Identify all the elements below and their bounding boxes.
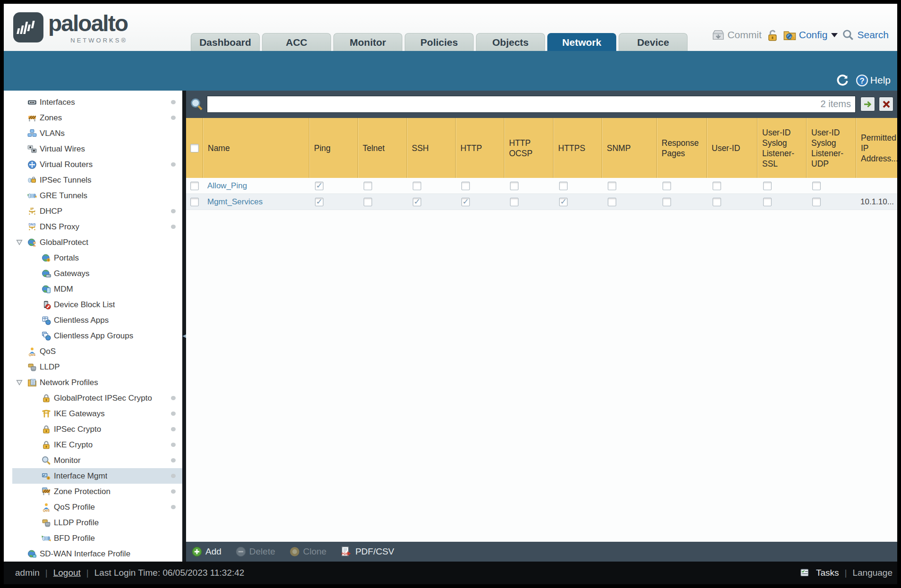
sidebar-item-virtual-routers[interactable]: Virtual Routers <box>12 157 182 172</box>
tab-device[interactable]: Device <box>619 33 688 51</box>
sidebar-item-clientless-app-groups[interactable]: Clientless App Groups <box>12 328 182 344</box>
column-header-https[interactable]: HTTPS <box>553 118 602 178</box>
tasks-link[interactable]: Tasks <box>816 568 839 578</box>
help-button[interactable]: ? Help <box>856 74 891 87</box>
snmp-checkbox[interactable] <box>608 198 616 206</box>
profile-name-link[interactable]: Allow_Ping <box>207 181 247 191</box>
column-header-ping[interactable]: Ping <box>309 118 358 178</box>
sidebar-item-ike-gateways[interactable]: IKE Gateways <box>12 406 182 421</box>
uid_syslog_udp-checkbox[interactable] <box>812 198 821 206</box>
telnet-checkbox[interactable] <box>364 182 372 190</box>
clear-filter-button[interactable] <box>879 97 893 111</box>
sidebar-item-dhcp[interactable]: IPDHCP <box>12 203 182 219</box>
column-header-snmp[interactable]: SNMP <box>602 118 657 178</box>
tab-network[interactable]: Network <box>547 33 616 51</box>
sidebar-item-qos[interactable]: QoSQoS <box>12 344 182 359</box>
search-label: Search <box>857 29 889 41</box>
tab-objects[interactable]: Objects <box>476 33 545 51</box>
column-header-ssh[interactable]: SSH <box>407 118 456 178</box>
sidebar-item-virtual-wires[interactable]: Virtual Wires <box>12 141 182 157</box>
https-checkbox[interactable] <box>559 182 568 190</box>
sidebar-item-interfaces[interactable]: Interfaces <box>12 94 182 110</box>
tab-dashboard[interactable]: Dashboard <box>191 33 260 51</box>
sidebar-item-monitor[interactable]: Monitor <box>12 453 182 468</box>
response_pages-checkbox[interactable] <box>663 182 671 190</box>
ssh-checkbox[interactable] <box>413 182 421 190</box>
column-header-user-id[interactable]: User-ID <box>707 118 757 178</box>
uid_syslog_ssl-checkbox[interactable] <box>763 198 772 206</box>
user_id-checkbox[interactable] <box>713 198 721 206</box>
uid_syslog_udp-checkbox[interactable] <box>812 182 821 190</box>
row-select-checkbox[interactable] <box>190 182 199 190</box>
http-checkbox[interactable] <box>461 198 470 206</box>
sidebar-item-ipsec-tunnels[interactable]: IPSec Tunnels <box>12 172 182 188</box>
row-select-checkbox[interactable] <box>190 198 199 206</box>
sidebar-item-dns-proxy[interactable]: DNSDNS Proxy <box>12 219 182 235</box>
sidebar-item-mdm[interactable]: MDM <box>12 281 182 297</box>
column-header-http-ocsp[interactable]: HTTP OCSP <box>504 118 553 178</box>
https-checkbox[interactable] <box>559 198 568 206</box>
sidebar-item-ike-crypto[interactable]: IKE Crypto <box>12 437 182 453</box>
user_id-checkbox[interactable] <box>713 182 721 190</box>
sidebar-item-bfd-profile[interactable]: BFD Profile <box>12 530 182 546</box>
sidebar-item-lldp[interactable]: LLDP <box>12 359 182 375</box>
search-button[interactable]: Search <box>842 29 889 41</box>
http-checkbox[interactable] <box>461 182 470 190</box>
sidebar-item-network-profiles[interactable]: Network Profiles <box>12 375 182 390</box>
refresh-icon[interactable] <box>836 74 849 87</box>
column-header-telnet[interactable]: Telnet <box>358 118 407 178</box>
add-button[interactable]: Add <box>192 546 221 557</box>
sidebar-item-vlans[interactable]: VLANs <box>12 126 182 141</box>
clone-button[interactable]: Clone <box>289 546 327 557</box>
sidebar-item-globalprotect-ipsec-crypto[interactable]: GlobalProtect IPSec Crypto <box>12 390 182 406</box>
http_ocsp-checkbox[interactable] <box>510 198 518 206</box>
delete-button[interactable]: Delete <box>236 546 275 557</box>
language-link[interactable]: Language <box>852 568 892 578</box>
telnet-checkbox[interactable] <box>364 198 372 206</box>
config-menu-button[interactable]: Config <box>783 28 838 42</box>
tab-monitor[interactable]: Monitor <box>333 33 402 51</box>
logout-link[interactable]: Logout <box>53 568 81 578</box>
sidebar-item-ipsec-crypto[interactable]: IPSec Crypto <box>12 421 182 437</box>
column-header-response-pages[interactable]: Response Pages <box>657 118 707 178</box>
column-header-permitted-ip-address[interactable]: Permitted IP Address... <box>856 118 897 178</box>
http_ocsp-checkbox[interactable] <box>510 182 518 190</box>
ssh-checkbox[interactable] <box>413 198 421 206</box>
sidebar-item-sd-wan-interface-profile[interactable]: SD-WAN Interface Profile <box>12 546 182 562</box>
ping-cell <box>309 178 358 193</box>
sidebar-item-interface-mgmt[interactable]: Interface Mgmt <box>12 468 182 484</box>
snmp-checkbox[interactable] <box>608 182 616 190</box>
sidebar-item-gre-tunnels[interactable]: GRE Tunnels <box>12 188 182 203</box>
pdf-csv-button[interactable]: PDF PDF/CSV <box>340 546 394 557</box>
sidebar-item-clientless-apps[interactable]: Clientless Apps <box>12 312 182 328</box>
column-header-user-id-syslog-listener-ssl[interactable]: User-ID Syslog Listener-SSL <box>757 118 807 178</box>
sidebar-item-qos-profile[interactable]: QoSQoS Profile <box>12 499 182 515</box>
tab-acc[interactable]: ACC <box>262 33 331 51</box>
column-header-http[interactable]: HTTP <box>456 118 504 178</box>
ping-checkbox[interactable] <box>315 182 323 190</box>
sidebar-item-portals[interactable]: Portals <box>12 250 182 266</box>
sidebar-divider[interactable]: ◄ <box>182 91 186 562</box>
sidebar-item-zones[interactable]: Zones <box>12 110 182 126</box>
uid_syslog_ssl-cell <box>757 178 807 193</box>
ping-checkbox[interactable] <box>315 198 323 206</box>
sidebar-item-gateways[interactable]: Gateways <box>12 266 182 281</box>
response_pages-checkbox[interactable] <box>663 198 671 206</box>
profile-name-link[interactable]: Mgmt_Services <box>207 197 263 207</box>
expander-triangle-icon[interactable] <box>16 239 27 245</box>
apply-filter-button[interactable] <box>860 97 875 111</box>
column-header-user-id-syslog-listener-udp[interactable]: User-ID Syslog Listener-UDP <box>807 118 856 178</box>
sidebar-item-lldp-profile[interactable]: LLDP Profile <box>12 515 182 530</box>
uid_syslog_ssl-checkbox[interactable] <box>763 182 772 190</box>
sidebar-item-zone-protection[interactable]: Zone Protection <box>12 484 182 499</box>
filter-input[interactable] <box>207 96 856 113</box>
unlock-icon[interactable] <box>766 29 779 42</box>
select-all-checkbox[interactable] <box>190 144 199 152</box>
sidebar-item-device-block-list[interactable]: Device Block List <box>12 297 182 312</box>
tab-policies[interactable]: Policies <box>405 33 474 51</box>
sidebar-item-globalprotect[interactable]: GlobalProtect <box>12 235 182 250</box>
column-header-name[interactable]: Name <box>203 118 309 178</box>
expander-triangle-icon[interactable] <box>16 379 27 386</box>
commit-button[interactable]: Commit <box>712 29 761 41</box>
monitor-icon <box>42 456 54 465</box>
